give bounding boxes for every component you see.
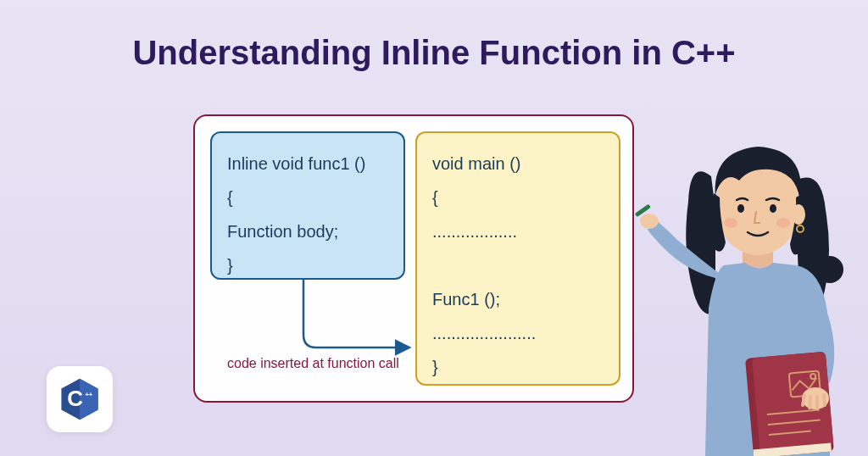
svg-point-9 [770,204,776,213]
code-line: ...................... [432,316,604,350]
inline-function-box: Inline void func1 () { Function body; } [210,131,405,280]
svg-point-12 [792,204,805,225]
arrow-label: code inserted at function call [227,356,399,371]
cpp-logo: C ++ [47,366,113,432]
page-title: Understanding Inline Function in C++ [0,0,868,72]
teacher-illustration [631,100,868,456]
main-function-box: void main () { .................. Func1 … [415,131,620,386]
svg-point-14 [640,214,659,229]
code-line [432,248,604,282]
svg-point-5 [816,256,843,283]
svg-point-10 [724,218,737,228]
code-line: { [227,181,388,214]
cpp-hexagon-icon: C ++ [57,376,103,422]
code-line: } [227,248,388,282]
diagram-container: Inline void func1 () { Function body; } … [193,114,634,403]
svg-text:++: ++ [85,391,92,398]
code-line: { [432,181,604,214]
svg-point-11 [776,218,790,228]
code-line: Function body; [227,214,388,248]
code-line: void main () [432,147,604,181]
code-line: Inline void func1 () [227,147,388,181]
code-line: .................. [432,214,604,248]
svg-point-8 [737,204,744,213]
svg-text:C: C [67,386,83,410]
code-line: Func1 (); [432,282,604,316]
code-line: } [432,350,604,384]
